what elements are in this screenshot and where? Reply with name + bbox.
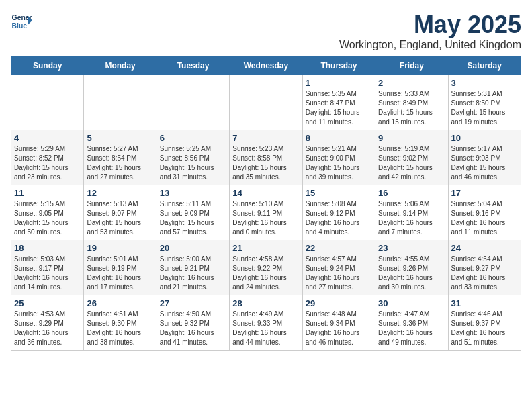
day-info: Sunrise: 4:46 AM Sunset: 9:37 PM Dayligh… xyxy=(451,310,518,347)
day-info: Sunrise: 5:33 AM Sunset: 8:49 PM Dayligh… xyxy=(378,89,445,127)
calendar-cell: 10Sunrise: 5:17 AM Sunset: 9:03 PM Dayli… xyxy=(448,130,521,185)
calendar-cell xyxy=(230,75,302,130)
calendar-week-row: 11Sunrise: 5:15 AM Sunset: 9:05 PM Dayli… xyxy=(11,185,521,240)
calendar-cell xyxy=(84,75,157,130)
day-info: Sunrise: 5:03 AM Sunset: 9:17 PM Dayligh… xyxy=(14,255,81,292)
day-number: 26 xyxy=(87,298,153,308)
day-info: Sunrise: 4:58 AM Sunset: 9:22 PM Dayligh… xyxy=(232,255,299,292)
calendar-cell: 26Sunrise: 4:51 AM Sunset: 9:30 PM Dayli… xyxy=(84,295,157,351)
calendar-cell: 17Sunrise: 5:04 AM Sunset: 9:16 PM Dayli… xyxy=(448,185,521,240)
day-info: Sunrise: 4:50 AM Sunset: 9:32 PM Dayligh… xyxy=(160,310,226,347)
day-number: 27 xyxy=(160,298,226,308)
day-number: 8 xyxy=(306,133,372,143)
day-info: Sunrise: 4:53 AM Sunset: 9:29 PM Dayligh… xyxy=(14,310,81,347)
day-number: 28 xyxy=(232,298,299,308)
day-info: Sunrise: 4:55 AM Sunset: 9:26 PM Dayligh… xyxy=(378,255,445,292)
calendar-cell: 5Sunrise: 5:27 AM Sunset: 8:54 PM Daylig… xyxy=(84,130,157,185)
day-info: Sunrise: 5:08 AM Sunset: 9:12 PM Dayligh… xyxy=(306,199,372,237)
day-info: Sunrise: 5:17 AM Sunset: 9:03 PM Dayligh… xyxy=(451,144,518,182)
weekday-header-row: SundayMondayTuesdayWednesdayThursdayFrid… xyxy=(11,57,521,75)
day-info: Sunrise: 5:29 AM Sunset: 8:52 PM Dayligh… xyxy=(14,144,81,182)
calendar-cell: 22Sunrise: 4:57 AM Sunset: 9:24 PM Dayli… xyxy=(302,240,375,295)
calendar-cell: 24Sunrise: 4:54 AM Sunset: 9:27 PM Dayli… xyxy=(448,240,521,295)
day-info: Sunrise: 5:13 AM Sunset: 9:07 PM Dayligh… xyxy=(87,199,153,237)
day-number: 14 xyxy=(232,188,299,198)
day-number: 29 xyxy=(306,298,372,308)
calendar-cell: 6Sunrise: 5:25 AM Sunset: 8:56 PM Daylig… xyxy=(157,130,229,185)
calendar-cell: 11Sunrise: 5:15 AM Sunset: 9:05 PM Dayli… xyxy=(11,185,84,240)
calendar-cell: 1Sunrise: 5:35 AM Sunset: 8:47 PM Daylig… xyxy=(302,75,375,130)
day-info: Sunrise: 4:57 AM Sunset: 9:24 PM Dayligh… xyxy=(306,255,372,292)
calendar-cell: 2Sunrise: 5:33 AM Sunset: 8:49 PM Daylig… xyxy=(375,75,448,130)
day-number: 30 xyxy=(378,298,445,308)
logo-icon: General Blue xyxy=(11,11,32,32)
day-info: Sunrise: 4:48 AM Sunset: 9:34 PM Dayligh… xyxy=(306,310,372,347)
calendar-cell: 29Sunrise: 4:48 AM Sunset: 9:34 PM Dayli… xyxy=(302,295,375,351)
day-number: 16 xyxy=(378,188,445,198)
logo: General Blue xyxy=(11,11,32,32)
calendar-cell: 14Sunrise: 5:10 AM Sunset: 9:11 PM Dayli… xyxy=(230,185,302,240)
calendar-cell: 8Sunrise: 5:21 AM Sunset: 9:00 PM Daylig… xyxy=(302,130,375,185)
day-info: Sunrise: 5:00 AM Sunset: 9:21 PM Dayligh… xyxy=(160,255,226,292)
header: General Blue May 2025 Workington, Englan… xyxy=(11,11,521,51)
calendar-cell xyxy=(11,75,84,130)
calendar-cell: 28Sunrise: 4:49 AM Sunset: 9:33 PM Dayli… xyxy=(230,295,302,351)
calendar-cell: 31Sunrise: 4:46 AM Sunset: 9:37 PM Dayli… xyxy=(448,295,521,351)
calendar-cell: 21Sunrise: 4:58 AM Sunset: 9:22 PM Dayli… xyxy=(230,240,302,295)
day-number: 9 xyxy=(378,133,445,143)
calendar-cell xyxy=(157,75,229,130)
day-number: 18 xyxy=(14,243,81,253)
day-number: 17 xyxy=(451,188,518,198)
calendar-cell: 7Sunrise: 5:23 AM Sunset: 8:58 PM Daylig… xyxy=(230,130,302,185)
day-number: 13 xyxy=(160,188,226,198)
day-number: 3 xyxy=(451,78,518,88)
day-number: 25 xyxy=(14,298,81,308)
weekday-header: Sunday xyxy=(11,57,84,75)
day-number: 11 xyxy=(14,188,81,198)
calendar-week-row: 1Sunrise: 5:35 AM Sunset: 8:47 PM Daylig… xyxy=(11,75,521,130)
calendar-cell: 3Sunrise: 5:31 AM Sunset: 8:50 PM Daylig… xyxy=(448,75,521,130)
day-info: Sunrise: 5:19 AM Sunset: 9:02 PM Dayligh… xyxy=(378,144,445,182)
calendar-cell: 9Sunrise: 5:19 AM Sunset: 9:02 PM Daylig… xyxy=(375,130,448,185)
day-number: 7 xyxy=(232,133,299,143)
calendar-week-row: 4Sunrise: 5:29 AM Sunset: 8:52 PM Daylig… xyxy=(11,130,521,185)
title-block: May 2025 Workington, England, United Kin… xyxy=(339,11,521,51)
day-info: Sunrise: 5:23 AM Sunset: 8:58 PM Dayligh… xyxy=(232,144,299,182)
calendar-cell: 12Sunrise: 5:13 AM Sunset: 9:07 PM Dayli… xyxy=(84,185,157,240)
calendar-cell: 15Sunrise: 5:08 AM Sunset: 9:12 PM Dayli… xyxy=(302,185,375,240)
weekday-header: Wednesday xyxy=(230,57,302,75)
day-number: 12 xyxy=(87,188,153,198)
calendar-cell: 23Sunrise: 4:55 AM Sunset: 9:26 PM Dayli… xyxy=(375,240,448,295)
day-number: 19 xyxy=(87,243,153,253)
month-title: May 2025 xyxy=(339,11,521,39)
svg-text:Blue: Blue xyxy=(12,22,28,30)
day-number: 4 xyxy=(14,133,81,143)
day-info: Sunrise: 5:10 AM Sunset: 9:11 PM Dayligh… xyxy=(232,199,299,237)
day-number: 22 xyxy=(306,243,372,253)
day-info: Sunrise: 5:31 AM Sunset: 8:50 PM Dayligh… xyxy=(451,89,518,127)
day-info: Sunrise: 5:21 AM Sunset: 9:00 PM Dayligh… xyxy=(306,144,372,182)
calendar-cell: 30Sunrise: 4:47 AM Sunset: 9:36 PM Dayli… xyxy=(375,295,448,351)
day-number: 5 xyxy=(87,133,153,143)
calendar-cell: 13Sunrise: 5:11 AM Sunset: 9:09 PM Dayli… xyxy=(157,185,229,240)
day-info: Sunrise: 5:15 AM Sunset: 9:05 PM Dayligh… xyxy=(14,199,81,237)
subtitle: Workington, England, United Kingdom xyxy=(339,39,521,51)
day-number: 1 xyxy=(306,78,372,88)
calendar-week-row: 18Sunrise: 5:03 AM Sunset: 9:17 PM Dayli… xyxy=(11,240,521,295)
weekday-header: Thursday xyxy=(302,57,375,75)
weekday-header: Friday xyxy=(375,57,448,75)
day-info: Sunrise: 5:25 AM Sunset: 8:56 PM Dayligh… xyxy=(160,144,226,182)
day-info: Sunrise: 5:27 AM Sunset: 8:54 PM Dayligh… xyxy=(87,144,153,182)
day-number: 23 xyxy=(378,243,445,253)
calendar-cell: 18Sunrise: 5:03 AM Sunset: 9:17 PM Dayli… xyxy=(11,240,84,295)
calendar-cell: 16Sunrise: 5:06 AM Sunset: 9:14 PM Dayli… xyxy=(375,185,448,240)
weekday-header: Monday xyxy=(84,57,157,75)
day-info: Sunrise: 4:54 AM Sunset: 9:27 PM Dayligh… xyxy=(451,255,518,292)
calendar-cell: 27Sunrise: 4:50 AM Sunset: 9:32 PM Dayli… xyxy=(157,295,229,351)
day-info: Sunrise: 5:11 AM Sunset: 9:09 PM Dayligh… xyxy=(160,199,226,237)
day-info: Sunrise: 5:35 AM Sunset: 8:47 PM Dayligh… xyxy=(306,89,372,127)
day-number: 10 xyxy=(451,133,518,143)
calendar-week-row: 25Sunrise: 4:53 AM Sunset: 9:29 PM Dayli… xyxy=(11,295,521,351)
day-info: Sunrise: 4:49 AM Sunset: 9:33 PM Dayligh… xyxy=(232,310,299,347)
weekday-header: Tuesday xyxy=(157,57,229,75)
